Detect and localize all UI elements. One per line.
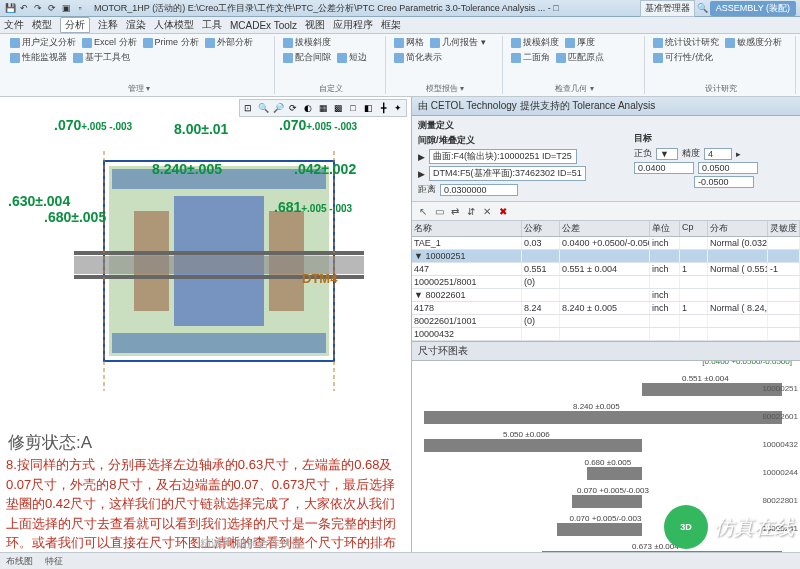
table-row[interactable]: 10000432 [412,328,800,341]
menu-analysis[interactable]: 分析 [60,17,90,33]
loop-bar[interactable] [557,523,642,536]
regen-icon[interactable]: ⟳ [46,2,58,14]
definition-panel: 测量定义 间隙/堆叠定义 ▶曲面:F4(输出块):10000251 ID=T25… [412,116,800,202]
menu-framework[interactable]: 框架 [381,18,401,32]
loop-bar[interactable] [642,383,782,396]
feasibility[interactable]: 可行性/优化 [651,51,715,64]
repaint-icon[interactable]: ⟳ [286,101,300,115]
dim-a[interactable]: .070+.005 -.003 [54,117,132,133]
windows-icon[interactable]: ▣ [60,2,72,14]
draft-check[interactable]: 拔模斜度 [509,36,561,49]
menu-model[interactable]: 模型 [32,18,52,32]
loop-bar[interactable] [572,495,642,508]
search-icon[interactable]: 🔍 [697,3,708,13]
menu-file[interactable]: 文件 [4,18,24,32]
wireframe-icon[interactable]: ▦ [316,101,330,115]
dim-f[interactable]: .630±.004 [8,193,70,209]
close-win-icon[interactable]: ▫ [74,2,86,14]
assembly-pill[interactable]: ASSEMBLY (装配) [710,1,796,16]
table-row[interactable]: ▼ 10000251 [412,250,800,263]
footer-feature[interactable]: 特征 [45,555,63,568]
stat-study[interactable]: 统计设计研究 [651,36,721,49]
menu-apps[interactable]: 应用程序 [333,18,373,32]
footer-layout[interactable]: 布线图 [6,555,33,568]
loop-bar[interactable] [424,439,642,452]
precision-value[interactable]: 4 [704,148,732,160]
select-icon[interactable]: ▶ [418,169,425,179]
dim-b[interactable]: 8.00±.01 [174,121,228,137]
table-row[interactable]: 80022601/1001(0) [412,315,800,328]
menu-render[interactable]: 渲染 [126,18,146,32]
dim-h[interactable]: .681+.005 -.003 [274,199,352,215]
flip-icon[interactable]: ⇵ [464,204,478,218]
lower-value[interactable]: -0.0500 [694,176,754,188]
delete-icon[interactable]: ✖ [496,204,510,218]
menu-mcadex[interactable]: MCADEx Toolz [230,20,297,31]
undo-icon[interactable]: ↶ [18,2,30,14]
ribbon-group-report: 网格 几何报告 ▾ 简化表示 模型报告 ▾ [388,36,502,94]
user-defined-analysis[interactable]: 用户定义分析 [8,36,78,49]
menu-manikin[interactable]: 人体模型 [154,18,194,32]
target-dropdown[interactable]: ▼ [656,148,678,160]
spinner-icon[interactable]: ▸ [736,149,741,159]
zoom-in-icon[interactable]: 🔍 [256,101,270,115]
distance-value[interactable]: 0.0300000 [440,184,518,196]
menu-tools[interactable]: 工具 [202,18,222,32]
mirror-icon[interactable]: ✕ [480,204,494,218]
save-icon[interactable]: 💾 [4,2,16,14]
nohidden-icon[interactable]: □ [346,101,360,115]
quick-access-toolbar: 💾 ↶ ↷ ⟳ ▣ ▫ [4,2,86,14]
toolkit-based[interactable]: 基于工具包 [71,51,132,64]
shade-icon[interactable]: ◐ [301,101,315,115]
table-row[interactable]: TAE_10.030.0400 +0.0500/-0.0500inchNorma… [412,237,800,250]
dim-g[interactable]: .680±.005 [44,209,106,225]
thickness[interactable]: 厚度 [563,36,597,49]
loop-bar-id: 80022801 [762,496,798,505]
fit-clearance[interactable]: 配合间隙 [281,51,333,64]
goal-value[interactable]: 0.0400 [634,162,694,174]
draft-angle[interactable]: 拔模斜度 [281,36,333,49]
simp-rep[interactable]: 简化表示 [392,51,444,64]
sensitivity[interactable]: 敏感度分析 [723,36,784,49]
table-row[interactable]: 41788.248.240 ± 0.005inch1Normal ( 8.24,… [412,302,800,315]
table-row[interactable]: ▼ 80022601inch [412,289,800,302]
table-row[interactable]: 10000251/8001(0) [412,276,800,289]
ref2-collector[interactable]: DTM4:F5(基准平面):37462302 ID=51 [429,166,586,181]
trim-status: 修剪状态:A [8,431,92,454]
loop-bar[interactable] [587,467,642,480]
refit-icon[interactable]: ⊡ [241,101,255,115]
prime-analysis[interactable]: Prime 分析 [141,36,201,49]
mesh[interactable]: 网格 [392,36,426,49]
link-icon[interactable]: ⇄ [448,204,462,218]
redo-icon[interactable]: ↷ [32,2,44,14]
dim-e[interactable]: .042±.002 [294,161,356,177]
menu-annotate[interactable]: 注释 [98,18,118,32]
dim-d[interactable]: 8.240±.005 [152,161,222,177]
external-analysis[interactable]: 外部分析 [203,36,255,49]
graphics-pane[interactable]: ⊡ 🔍 🔎 ⟳ ◐ ▦ ▩ □ ◧ ╋ ✦ [0,97,411,569]
menu-view[interactable]: 视图 [305,18,325,32]
loop-bar[interactable] [424,411,782,424]
status-bar: 布线图 特征 [0,552,800,569]
dim-c[interactable]: .070+.005 -.003 [279,117,357,133]
zoom-out-icon[interactable]: 🔎 [271,101,285,115]
datum-plane-icon[interactable]: ◧ [361,101,375,115]
geom-report[interactable]: 几何报告 ▾ [428,36,488,49]
hidden-icon[interactable]: ▩ [331,101,345,115]
match-origin[interactable]: 匹配原点 [554,51,606,64]
add-icon[interactable]: ▭ [432,204,446,218]
axis-icon[interactable]: ╋ [376,101,390,115]
table-row[interactable]: 4470.5510.551 ± 0.004inch1Normal ( 0.551… [412,263,800,276]
upper-value[interactable]: 0.0500 [698,162,758,174]
drawing-view: .070+.005 -.003 8.00±.01 .070+.005 -.003… [44,121,364,421]
short-edge[interactable]: 短边 [335,51,369,64]
perf-monitor[interactable]: 性能监视器 [8,51,69,64]
dihedral[interactable]: 二面角 [509,51,552,64]
pointer-icon[interactable]: ↖ [416,204,430,218]
ref1-collector[interactable]: 曲面:F4(输出块):10000251 ID=T25 [429,149,577,164]
datum-manager-tab[interactable]: 基准管理器 [640,0,695,17]
select-icon[interactable]: ▶ [418,152,425,162]
excel-analysis[interactable]: Excel 分析 [80,36,139,49]
gap-label: [0.0400 +0.0500/-0.0500] [702,361,792,366]
csys-icon[interactable]: ✦ [391,101,405,115]
